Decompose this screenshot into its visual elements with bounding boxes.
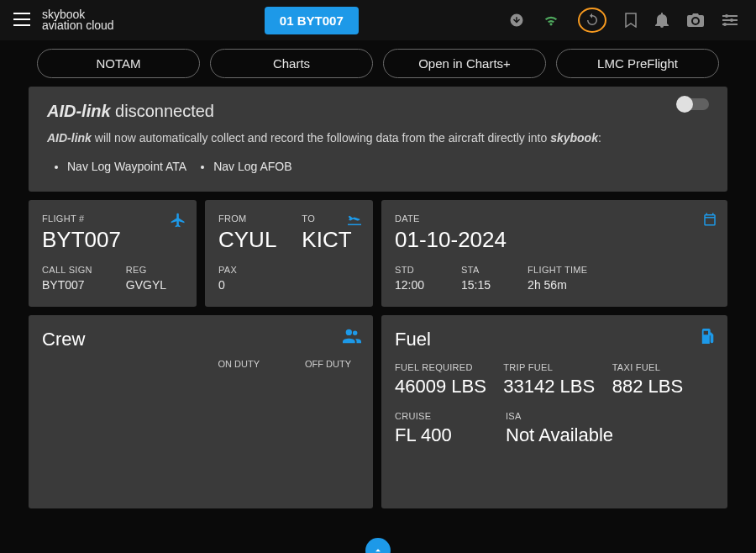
tab-lmc-preflight[interactable]: LMC PreFlight bbox=[556, 49, 719, 78]
camera-icon[interactable] bbox=[687, 13, 704, 27]
tab-open-charts-plus[interactable]: Open in Charts+ bbox=[383, 49, 546, 78]
svg-point-4 bbox=[730, 18, 733, 22]
taxi-fuel: 882 LBS bbox=[612, 376, 714, 398]
reg: GVGYL bbox=[126, 278, 166, 292]
aid-body: AID-link will now automatically collect … bbox=[47, 131, 709, 145]
fuel-pump-icon bbox=[701, 329, 716, 345]
cruise-label: CRUISE bbox=[395, 411, 499, 421]
flight-number: BYT007 bbox=[42, 227, 183, 253]
flight-card: FLIGHT # BYT007 CALL SIGN BYT007 REG GVG… bbox=[29, 200, 197, 307]
sync-icon[interactable] bbox=[578, 8, 606, 33]
settings-sliders-icon[interactable] bbox=[722, 13, 738, 27]
from-label: FROM bbox=[218, 213, 276, 224]
svg-rect-2 bbox=[13, 24, 30, 26]
fuel-required: 46009 LBS bbox=[395, 376, 496, 398]
off-duty-label: OFF DUTY bbox=[305, 359, 351, 369]
svg-point-5 bbox=[723, 23, 727, 26]
to-value: KICT bbox=[302, 227, 351, 253]
flighttime-label: FLIGHT TIME bbox=[528, 265, 587, 275]
trip-fuel-label: TRIP FUEL bbox=[503, 362, 605, 372]
callsign: BYT007 bbox=[42, 278, 92, 292]
menu-button[interactable] bbox=[8, 8, 35, 34]
date-card: DATE 01-10-2024 STD 12:00 STA 15:15 FLIG… bbox=[381, 200, 727, 307]
departure-icon bbox=[346, 212, 363, 225]
trip-fuel: 33142 LBS bbox=[503, 376, 605, 398]
pax-value: 0 bbox=[218, 278, 360, 292]
download-icon[interactable] bbox=[509, 13, 524, 28]
taxi-fuel-label: TAXI FUEL bbox=[612, 362, 714, 372]
tab-notam[interactable]: NOTAM bbox=[37, 49, 200, 78]
to-label: TO bbox=[302, 213, 351, 224]
isa-label: ISA bbox=[506, 411, 714, 421]
date-value: 01-10-2024 bbox=[395, 227, 714, 253]
std-value: 12:00 bbox=[395, 278, 424, 292]
tab-charts[interactable]: Charts bbox=[210, 49, 373, 78]
wifi-icon[interactable] bbox=[543, 13, 559, 27]
fuel-card: Fuel FUEL REQUIRED 46009 LBS TRIP FUEL 3… bbox=[381, 315, 727, 508]
aid-list-item: Nav Log AFOB bbox=[213, 160, 291, 173]
aid-link-toggle[interactable] bbox=[677, 98, 709, 110]
route-card: FROM CYUL TO KICT PAX 0 bbox=[205, 200, 373, 307]
aid-list-item: Nav Log Waypoint ATA bbox=[67, 160, 186, 173]
active-flight-pill[interactable]: 01 BYT007 bbox=[265, 7, 359, 34]
callsign-label: CALL SIGN bbox=[42, 265, 92, 275]
date-label: DATE bbox=[395, 213, 714, 224]
plane-icon bbox=[170, 212, 186, 229]
crew-card: Crew ON DUTY OFF DUTY bbox=[29, 315, 373, 508]
from-value: CYUL bbox=[218, 227, 276, 253]
cruise-value: FL 400 bbox=[395, 424, 499, 446]
svg-point-3 bbox=[725, 14, 728, 18]
aid-title: AID-link disconnected bbox=[47, 102, 709, 121]
svg-rect-1 bbox=[13, 18, 30, 20]
expand-chevron-button[interactable] bbox=[365, 538, 391, 553]
fuel-required-label: FUEL REQUIRED bbox=[395, 362, 496, 372]
flight-number-label: FLIGHT # bbox=[42, 213, 183, 224]
flighttime-value: 2h 56m bbox=[528, 278, 587, 292]
calendar-icon bbox=[702, 212, 717, 227]
isa-value: Not Available bbox=[506, 424, 714, 446]
sta-value: 15:15 bbox=[461, 278, 491, 292]
people-icon bbox=[343, 329, 361, 344]
on-duty-label: ON DUTY bbox=[218, 359, 260, 369]
aid-link-card: AID-link disconnected AID-link will now … bbox=[29, 87, 727, 192]
brand-logo: skybook aviation cloud bbox=[42, 9, 114, 30]
svg-rect-0 bbox=[13, 13, 30, 14]
pax-label: PAX bbox=[218, 265, 360, 275]
bell-icon[interactable] bbox=[655, 13, 669, 28]
std-label: STD bbox=[395, 265, 424, 275]
bookmark-icon[interactable] bbox=[625, 13, 637, 28]
fuel-title: Fuel bbox=[395, 329, 714, 350]
reg-label: REG bbox=[126, 265, 166, 275]
sta-label: STA bbox=[461, 265, 491, 275]
crew-title: Crew bbox=[42, 329, 360, 350]
